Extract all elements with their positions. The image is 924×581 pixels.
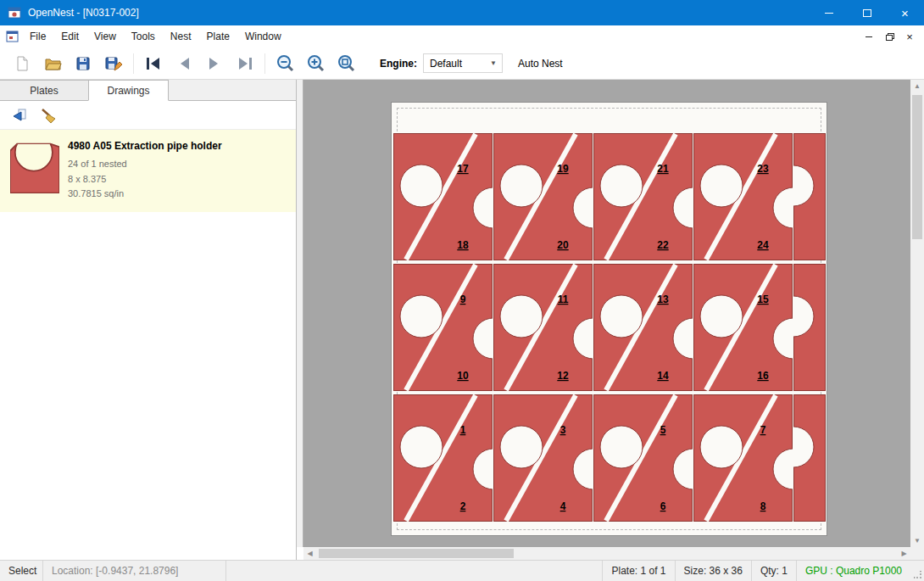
part-number[interactable]: 16 — [757, 370, 769, 382]
part-number[interactable]: 21 — [657, 163, 669, 175]
next-arrow-icon — [205, 55, 224, 72]
part-number[interactable]: 3 — [560, 424, 566, 436]
nested-part-pair[interactable]: 12 — [393, 394, 493, 522]
grip-dots-icon — [914, 571, 922, 579]
nested-part-pair[interactable]: 34 — [493, 394, 593, 522]
engine-select[interactable]: Default ▼ — [423, 53, 503, 73]
part-number[interactable]: 17 — [457, 163, 469, 175]
vertical-scrollbar[interactable]: ▲ ▼ — [910, 80, 924, 547]
menu-item-plate[interactable]: Plate — [199, 25, 237, 47]
menu-item-file[interactable]: File — [22, 25, 53, 47]
part-number[interactable]: 2 — [460, 500, 466, 512]
next-plate-button[interactable] — [199, 51, 230, 76]
menu-item-tools[interactable]: Tools — [124, 25, 163, 47]
scroll-left-icon[interactable]: ◀ — [303, 547, 316, 560]
nested-part-sliver[interactable] — [793, 133, 826, 260]
nested-part-sliver[interactable] — [793, 264, 826, 391]
part-number[interactable]: 5 — [660, 424, 666, 436]
tab-plates[interactable]: Plates — [0, 80, 89, 100]
last-arrow-icon — [236, 55, 254, 72]
first-plate-button[interactable] — [138, 51, 169, 76]
mdi-minimize-button[interactable] — [859, 29, 879, 44]
zoom-out-icon — [276, 54, 294, 72]
maximize-button[interactable] — [848, 0, 886, 25]
scroll-down-icon[interactable]: ▼ — [910, 534, 924, 547]
nested-part-pair[interactable]: 1314 — [593, 264, 693, 391]
tab-drawings[interactable]: Drawings — [88, 80, 169, 101]
chevron-down-icon: ▼ — [490, 59, 502, 67]
menu-item-nest[interactable]: Nest — [163, 25, 199, 47]
drawing-info: 4980 A05 Extraction pipe holder 24 of 1 … — [68, 140, 222, 202]
broom-icon — [39, 107, 58, 124]
menu-item-edit[interactable]: Edit — [53, 25, 86, 47]
scroll-right-icon[interactable]: ▶ — [898, 547, 910, 560]
part-number[interactable]: 12 — [557, 370, 569, 382]
close-button[interactable]: × — [886, 0, 924, 25]
part-number[interactable]: 22 — [657, 239, 669, 251]
new-button[interactable] — [7, 51, 37, 76]
zoom-out-button[interactable] — [270, 51, 300, 76]
mdi-restore-icon — [886, 33, 893, 40]
vertical-scroll-thumb[interactable] — [912, 95, 922, 239]
open-button[interactable] — [37, 51, 68, 76]
save-edit-icon — [104, 55, 123, 72]
previous-plate-button[interactable] — [169, 51, 199, 76]
import-drawing-button[interactable] — [6, 103, 31, 126]
save-as-button[interactable] — [98, 51, 129, 76]
part-number[interactable]: 10 — [457, 370, 469, 382]
scroll-up-icon[interactable]: ▲ — [910, 80, 924, 92]
nested-part-pair[interactable]: 910 — [393, 264, 493, 391]
menu-item-window[interactable]: Window — [237, 25, 289, 47]
plate: 171819202122232491011121314151612345678 — [391, 102, 827, 536]
zoom-fit-button[interactable] — [331, 51, 361, 76]
part-number[interactable]: 24 — [757, 239, 769, 251]
auto-nest-button[interactable]: Auto Nest — [518, 58, 563, 70]
mdi-restore-button[interactable] — [879, 29, 899, 44]
minimize-button[interactable] — [810, 0, 848, 25]
nested-part-sliver[interactable] — [793, 394, 826, 522]
close-icon: × — [901, 7, 909, 20]
part-number[interactable]: 18 — [457, 239, 469, 251]
part-number[interactable]: 11 — [558, 293, 569, 305]
save-button[interactable] — [68, 51, 98, 76]
part-number[interactable]: 13 — [657, 293, 669, 305]
resize-grip[interactable] — [910, 561, 924, 581]
part-number[interactable]: 6 — [660, 500, 666, 512]
horizontal-scrollbar[interactable]: ◀ ▶ — [303, 547, 910, 560]
scrollbar-corner — [910, 547, 924, 560]
part-number[interactable]: 15 — [757, 293, 769, 305]
engine-label: Engine: — [380, 58, 417, 70]
part-number[interactable]: 8 — [760, 500, 766, 512]
nested-part-pair[interactable]: 2122 — [593, 133, 693, 260]
part-number[interactable]: 23 — [757, 163, 769, 175]
panel-splitter[interactable] — [297, 80, 303, 547]
nested-part-pair[interactable]: 1920 — [493, 133, 593, 260]
nested-part-pair[interactable]: 1112 — [493, 264, 593, 391]
menu-bar: FileEditViewToolsNestPlateWindow × — [0, 25, 924, 47]
menu-item-view[interactable]: View — [86, 25, 124, 47]
part-number[interactable]: 7 — [760, 424, 766, 436]
clear-button[interactable] — [36, 103, 61, 126]
part-number[interactable]: 1 — [460, 424, 466, 436]
nested-part-pair[interactable]: 2324 — [693, 133, 793, 260]
nested-part-pair[interactable]: 78 — [693, 394, 793, 522]
part-number[interactable]: 19 — [557, 163, 569, 175]
part-number[interactable]: 4 — [560, 500, 566, 512]
side-panel: Plates Drawings 4980 A05 Extraction pipe… — [0, 80, 297, 560]
part-number[interactable]: 9 — [460, 293, 466, 305]
part-number[interactable]: 20 — [557, 239, 569, 251]
drawing-list-item[interactable]: 4980 A05 Extraction pipe holder 24 of 1 … — [0, 130, 296, 212]
part-number[interactable]: 14 — [657, 370, 669, 382]
nested-part-pair[interactable]: 56 — [593, 394, 693, 522]
document-icon[interactable] — [6, 31, 19, 42]
zoom-in-button[interactable] — [300, 51, 331, 76]
nested-part-pair[interactable]: 1516 — [693, 264, 793, 391]
horizontal-scroll-thumb[interactable] — [319, 549, 514, 558]
mdi-close-button[interactable]: × — [899, 29, 920, 44]
maximize-icon — [863, 9, 871, 17]
nested-part-pair[interactable]: 1718 — [393, 133, 493, 260]
tool-bar: Engine: Default ▼ Auto Nest — [0, 47, 924, 80]
nest-canvas[interactable]: 171819202122232491011121314151612345678 — [303, 80, 910, 547]
panel-tabs: Plates Drawings — [0, 80, 296, 101]
last-plate-button[interactable] — [230, 51, 260, 76]
